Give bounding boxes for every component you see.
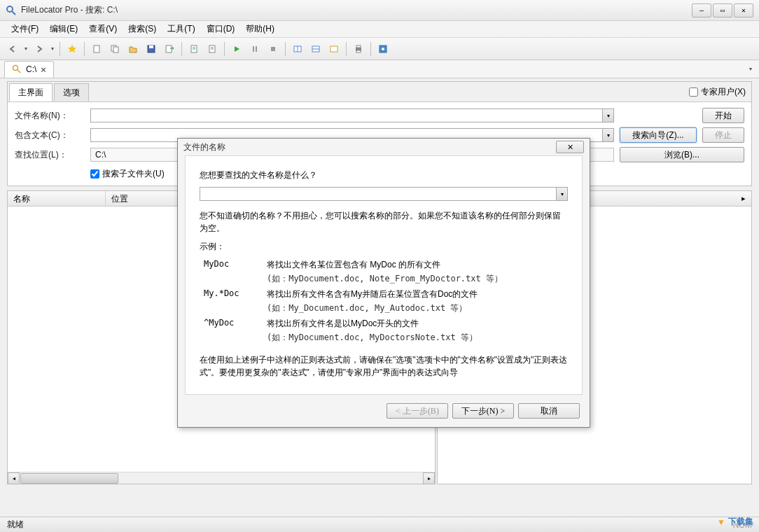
wizard-example-row: MyDoc将找出文件名某位置包含有 MyDoc 的所有文件(如：MyDocume… (204, 258, 568, 285)
example-description: 将找出所有文件名是以MyDoc开头的文件(如：MyDocument.doc, M… (267, 317, 568, 344)
example-description: 将找出文件名某位置包含有 MyDoc 的所有文件(如：MyDocument.do… (267, 258, 568, 285)
modal-overlay: 文件的名称 ✕ 您想要查找的文件名称是什么？ ▾ 您不知道确切的名称？不用担心，… (0, 0, 759, 532)
wizard-hint: 您不知道确切的名称？不用担心，您可以搜索名称的部分。如果您不知道该名称的任何部分… (200, 209, 568, 234)
wizard-close-button[interactable]: ✕ (556, 141, 584, 153)
wizard-back-button: < 上一步(B) (387, 403, 448, 419)
example-pattern: MyDoc (204, 258, 267, 285)
example-pattern: My.*Doc (204, 288, 267, 314)
wizard-filename-input[interactable] (200, 188, 556, 200)
wizard-dialog: 文件的名称 ✕ 您想要查找的文件名称是什么？ ▾ 您不知道确切的名称？不用担心，… (177, 138, 590, 428)
example-pattern: ^MyDoc (204, 317, 267, 344)
wizard-cancel-button[interactable]: 取消 (518, 403, 580, 419)
wizard-filename-combo[interactable]: ▾ (200, 187, 568, 201)
example-sample: (如：MyDocument.doc, MyDoctorsNote.txt 等） (267, 331, 568, 344)
wizard-example-row: ^MyDoc将找出所有文件名是以MyDoc开头的文件(如：MyDocument.… (204, 317, 568, 344)
wizard-examples-label: 示例： (200, 240, 568, 253)
example-description: 将找出所有文件名含有My并随后在某位置含有Doc的文件(如：My_Documen… (267, 288, 568, 314)
wizard-note: 在使用如上述例子中这样的正则表达式前，请确保在"选项"选项卡中的"文件名称"设置… (200, 354, 568, 379)
wizard-question: 您想要查找的文件名称是什么？ (200, 169, 568, 181)
wizard-example-row: My.*Doc将找出所有文件名含有My并随后在某位置含有Doc的文件(如：My_… (204, 288, 568, 314)
wizard-title: 文件的名称 (183, 141, 556, 153)
wizard-filename-dropdown[interactable]: ▾ (556, 188, 567, 200)
example-sample: (如：MyDocument.doc, Note_From_MyDoctor.tx… (267, 272, 568, 285)
wizard-next-button[interactable]: 下一步(N) > (452, 403, 514, 419)
example-sample: (如：My_Document.doc, My_Autodoc.txt 等） (267, 302, 568, 314)
wizard-examples: MyDoc将找出文件名某位置包含有 MyDoc 的所有文件(如：MyDocume… (204, 258, 568, 344)
